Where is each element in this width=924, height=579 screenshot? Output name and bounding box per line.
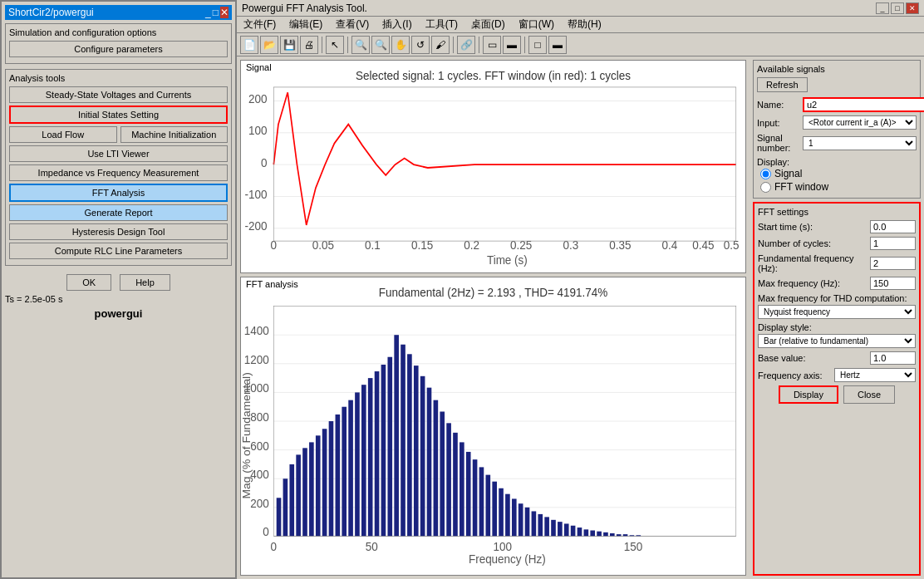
menu-edit[interactable]: 编辑(E)	[286, 17, 326, 32]
lti-viewer-btn[interactable]: Use LTI Viewer	[9, 145, 228, 162]
open-btn[interactable]: 📂	[260, 36, 278, 54]
input-select[interactable]: <Rotor current ir_a (A)>	[803, 115, 917, 130]
svg-text:0.35: 0.35	[609, 238, 631, 253]
svg-text:0.15: 0.15	[411, 238, 433, 253]
fft-maximize[interactable]: □	[891, 2, 904, 14]
menu-tools[interactable]: 工具(T)	[422, 17, 461, 32]
initial-states-btn[interactable]: Initial States Setting	[9, 105, 228, 124]
left-titlebar-controls: _ □ ✕	[205, 7, 229, 18]
zoom-in-btn[interactable]: 🔍	[351, 36, 370, 54]
svg-rect-52	[296, 455, 301, 537]
base-value-input[interactable]	[870, 351, 916, 365]
menu-file[interactable]: 文件(F)	[240, 17, 279, 32]
svg-rect-49	[277, 498, 282, 537]
svg-rect-78	[466, 452, 471, 537]
load-flow-btn[interactable]: Load Flow	[9, 126, 117, 143]
col1-btn[interactable]: ▭	[483, 36, 501, 54]
fft-close[interactable]: ✕	[906, 2, 919, 14]
svg-rect-93	[564, 524, 569, 537]
fftwindow-radio[interactable]	[760, 182, 771, 193]
svg-rect-63	[368, 379, 373, 537]
signal-radio-row: Signal	[760, 168, 917, 179]
new-btn[interactable]: 📄	[240, 36, 258, 54]
fft-settings-section: FFT settings Start time (s): Number of c…	[753, 202, 921, 576]
fft-chart: Fundamental (2Hz) = 2.193 , THD= 4191.74…	[241, 277, 745, 575]
rotate-btn[interactable]: ↺	[411, 36, 430, 54]
close-fft-btn[interactable]: Close	[843, 385, 895, 404]
link-btn[interactable]: 🔗	[457, 36, 475, 54]
svg-rect-91	[551, 520, 556, 537]
num-cycles-input[interactable]	[870, 237, 916, 250]
svg-text:0.3: 0.3	[563, 238, 578, 253]
svg-text:0: 0	[263, 527, 269, 539]
display-close-row: Display Close	[758, 385, 916, 404]
hysteresis-btn[interactable]: Hysteresis Design Tool	[9, 223, 228, 240]
sep3	[453, 37, 454, 53]
content-area: Signal Selected signal: 1 cycles. FFT wi…	[237, 56, 924, 579]
svg-rect-68	[401, 345, 405, 537]
menu-desktop[interactable]: 桌面(D)	[468, 17, 509, 32]
nyquist-select[interactable]: Nyquist frequency	[758, 305, 916, 319]
svg-text:200: 200	[250, 498, 269, 510]
cursor-btn[interactable]: ↖	[326, 36, 344, 54]
impedance-btn[interactable]: Impedance vs Frequency Measurement	[9, 164, 228, 181]
svg-text:100: 100	[248, 124, 267, 138]
help-btn[interactable]: Help	[120, 274, 170, 291]
signal-radio[interactable]	[760, 169, 771, 179]
display-style-select[interactable]: Bar (relative to fundamental)	[758, 334, 916, 348]
sep2	[347, 37, 348, 53]
svg-text:Mag (% of Fundamental): Mag (% of Fundamental)	[241, 373, 253, 499]
fft-analysis-btn[interactable]: FFT Analysis	[9, 184, 228, 202]
menu-view[interactable]: 查看(V)	[332, 17, 372, 32]
fft-minimize[interactable]: _	[876, 2, 889, 14]
steady-state-btn[interactable]: Steady-State Voltages and Currents	[9, 86, 228, 103]
close-btn[interactable]: ✕	[220, 7, 229, 18]
menu-insert[interactable]: 插入(I)	[379, 17, 415, 32]
max-freq-row: Max frequency (Hz):	[758, 277, 916, 290]
svg-rect-56	[322, 429, 327, 537]
name-input[interactable]	[803, 97, 924, 112]
brush-btn[interactable]: 🖌	[431, 36, 450, 54]
svg-rect-51	[289, 464, 294, 537]
settings-panel: Available signals Refresh Name: Input: <…	[750, 56, 924, 579]
col2-btn[interactable]: ▬	[503, 36, 521, 54]
fund-freq-row: Fundamental frequency (Hz):	[758, 253, 916, 273]
menubar: 文件(F) 编辑(E) 查看(V) 插入(I) 工具(T) 桌面(D) 窗口(W…	[237, 17, 924, 33]
fft-controls: _ □ ✕	[876, 2, 919, 14]
refresh-btn[interactable]: Refresh	[757, 77, 808, 92]
machine-init-btn[interactable]: Machine Initialization	[120, 126, 229, 143]
freq-axis-select[interactable]: Hertz	[834, 368, 916, 382]
fft-panel: FFT analysis Fundamental (2Hz) = 2.193 ,…	[240, 277, 746, 576]
print-btn[interactable]: 🖨	[300, 36, 318, 54]
svg-text:-200: -200	[244, 219, 267, 233]
svg-rect-95	[578, 527, 582, 536]
svg-rect-74	[440, 412, 445, 537]
svg-rect-101	[617, 535, 622, 537]
sim-config-section: Simulation and configuration options Con…	[5, 23, 232, 64]
pan-btn[interactable]: ✋	[391, 36, 410, 54]
save-btn[interactable]: 💾	[280, 36, 298, 54]
compute-rlc-btn[interactable]: Compute RLC Line Parameters	[9, 243, 228, 259]
signal-num-select[interactable]: 1	[803, 136, 917, 150]
ok-btn[interactable]: OK	[66, 274, 111, 291]
display-btn[interactable]: Display	[779, 385, 838, 404]
square-btn[interactable]: □	[528, 36, 547, 54]
configure-params-btn[interactable]: Configure parameters	[9, 41, 228, 57]
generate-report-btn[interactable]: Generate Report	[9, 204, 228, 221]
fund-freq-input[interactable]	[870, 257, 916, 270]
maximize-btn[interactable]: □	[213, 7, 219, 18]
menu-help[interactable]: 帮助(H)	[564, 17, 605, 32]
signal-panel: Signal Selected signal: 1 cycles. FFT wi…	[240, 60, 746, 273]
display-label: Display:	[757, 157, 789, 167]
zoom-out-btn[interactable]: 🔍	[371, 36, 390, 54]
svg-rect-92	[558, 523, 563, 537]
minimize-btn[interactable]: _	[205, 7, 211, 18]
available-signals-section: Available signals Refresh Name: Input: <…	[753, 60, 921, 199]
start-time-label: Start time (s):	[758, 222, 870, 232]
menu-window[interactable]: 窗口(W)	[515, 17, 558, 32]
max-freq-input[interactable]	[870, 277, 916, 290]
start-time-input[interactable]	[870, 220, 916, 233]
svg-rect-53	[302, 449, 307, 537]
rect-btn[interactable]: ▬	[548, 36, 567, 54]
svg-rect-57	[329, 421, 334, 536]
